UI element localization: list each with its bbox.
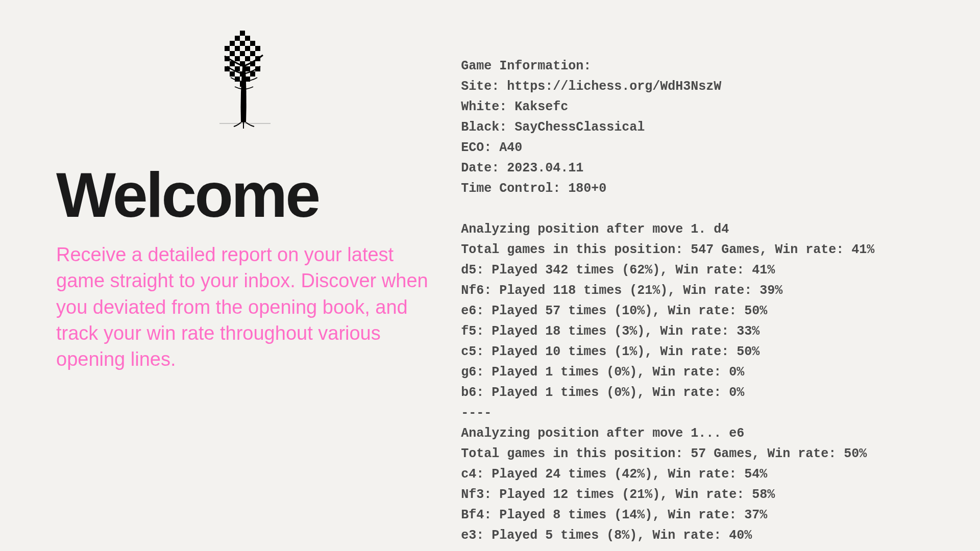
pos2-move-line: c4: Played 24 times (42%), Win rate: 54%	[461, 467, 767, 482]
black-value: SayChessClassical	[514, 120, 645, 135]
eco-value: A40	[499, 140, 522, 155]
right-panel: Game Information: Site: https://lichess.…	[451, 0, 980, 551]
pos1-total: Total games in this position: 547 Games,…	[461, 242, 874, 257]
pos2-move-line: e3: Played 5 times (8%), Win rate: 40%	[461, 528, 752, 543]
svg-rect-7	[235, 46, 240, 51]
black-label: Black:	[461, 120, 507, 135]
game-info-header: Game Information:	[461, 59, 591, 73]
svg-rect-22	[245, 66, 250, 71]
date-value: 2023.04.11	[507, 161, 583, 176]
svg-rect-24	[230, 71, 235, 77]
pos2-move-line: Bf4: Played 8 times (14%), Win rate: 37%	[461, 508, 767, 522]
pos1-move-line: g6: Played 1 times (0%), Win rate: 0%	[461, 365, 744, 380]
svg-rect-4	[240, 41, 245, 46]
pos1-move-line: b6: Played 1 times (0%), Win rate: 0%	[461, 385, 744, 400]
chess-tree-logo-icon	[209, 31, 281, 133]
svg-rect-1	[235, 36, 240, 41]
svg-rect-8	[245, 46, 250, 51]
site-label: Site:	[461, 79, 499, 94]
svg-rect-9	[255, 46, 260, 51]
svg-rect-11	[240, 51, 245, 56]
svg-rect-0	[240, 31, 245, 36]
svg-rect-6	[225, 46, 230, 51]
svg-rect-15	[245, 56, 250, 61]
svg-rect-12	[250, 51, 255, 56]
white-label: White:	[461, 99, 507, 114]
svg-rect-14	[235, 56, 240, 61]
white-value: Kaksefc	[514, 99, 568, 114]
logo-wrap	[209, 31, 430, 133]
pos1-move-line: Nf6: Played 118 times (21%), Win rate: 3…	[461, 283, 782, 298]
eco-label: ECO:	[461, 140, 492, 155]
svg-rect-10	[230, 51, 235, 56]
site-value: https://lichess.org/WdH3NszW	[507, 79, 721, 94]
pos1-move-line: d5: Played 342 times (62%), Win rate: 41…	[461, 263, 775, 278]
pos2-analyzing: Analyzing position after move 1... e6	[461, 426, 744, 441]
svg-rect-2	[245, 36, 250, 41]
left-panel: Welcome Receive a detailed report on you…	[0, 0, 451, 551]
game-report: Game Information: Site: https://lichess.…	[461, 56, 949, 546]
pos1-move-line: c5: Played 10 times (1%), Win rate: 50%	[461, 344, 760, 359]
welcome-description: Receive a detailed report on your latest…	[56, 242, 430, 372]
svg-rect-5	[250, 41, 255, 46]
tc-value: 180+0	[568, 181, 606, 196]
date-label: Date:	[461, 161, 499, 176]
pos1-move-line: f5: Played 18 times (3%), Win rate: 33%	[461, 324, 760, 339]
divider: ----	[461, 406, 492, 420]
svg-rect-3	[230, 41, 235, 46]
pos1-analyzing: Analyzing position after move 1. d4	[461, 222, 729, 237]
tc-label: Time Control:	[461, 181, 560, 196]
pos1-move-line: e6: Played 57 times (10%), Win rate: 50%	[461, 304, 767, 318]
welcome-title: Welcome	[56, 163, 430, 227]
pos2-move-line: Nf3: Played 12 times (21%), Win rate: 58…	[461, 487, 775, 502]
pos2-total: Total games in this position: 57 Games, …	[461, 446, 867, 461]
